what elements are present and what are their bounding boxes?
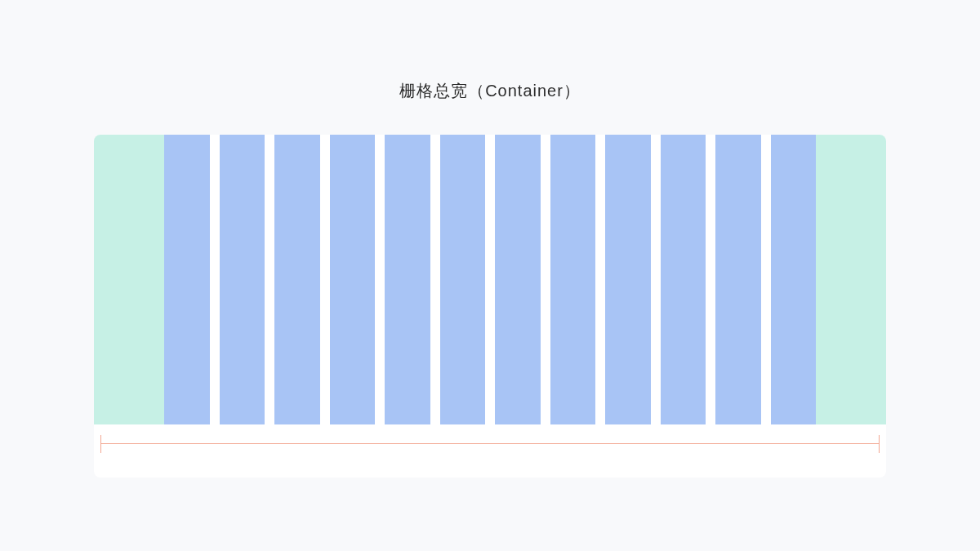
grid-row xyxy=(94,135,886,424)
grid-column xyxy=(330,135,376,424)
dimension-tick-left xyxy=(100,435,101,453)
grid-column xyxy=(661,135,706,424)
dimension-indicator xyxy=(100,435,880,453)
diagram-title: 栅格总宽（Container） xyxy=(399,80,581,102)
grid-column xyxy=(274,135,320,424)
dimension-horizontal-line xyxy=(100,443,880,444)
grid-column xyxy=(771,135,817,424)
dimension-tick-right xyxy=(879,435,880,453)
grid-column xyxy=(440,135,486,424)
grid-container xyxy=(94,135,886,478)
grid-column xyxy=(385,135,430,424)
margin-left xyxy=(94,135,164,424)
grid-column xyxy=(605,135,651,424)
margin-right xyxy=(816,135,886,424)
grid-column xyxy=(715,135,761,424)
grid-column xyxy=(550,135,596,424)
diagram-card: 栅格总宽（Container） xyxy=(41,39,939,513)
grid-column xyxy=(495,135,541,424)
columns-area xyxy=(164,135,816,424)
grid-column xyxy=(164,135,210,424)
grid-column xyxy=(220,135,265,424)
